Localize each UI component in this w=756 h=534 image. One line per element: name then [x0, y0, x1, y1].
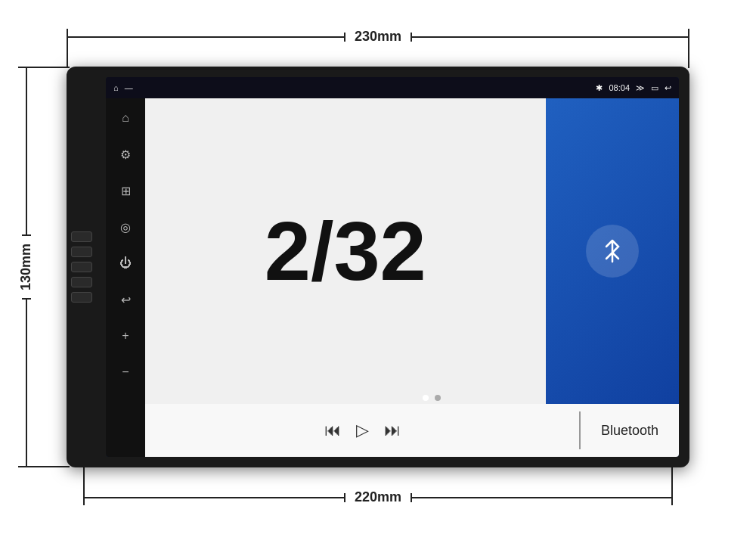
home-status-icon: ⌂ [113, 83, 119, 92]
side-buttons [67, 225, 97, 309]
bluetooth-label: Bluetooth [581, 423, 679, 439]
status-left: ⌂ — [113, 83, 133, 92]
device-outer: MIC ⌂ — ✱ 08:04 ≫ ▭ ↩ ⌂ [67, 67, 689, 467]
dim-bottom: 220mm [83, 489, 673, 505]
dim-top-line [67, 36, 345, 38]
prev-button[interactable]: ⏮ [324, 421, 341, 440]
main-content: 2/32 [145, 98, 679, 457]
side-button-1[interactable] [71, 231, 92, 242]
sidebar-icon-back[interactable]: ↩ [113, 287, 138, 312]
back-status-icon: ↩ [665, 83, 671, 93]
dim-top-line-right [411, 36, 689, 38]
dim-left-line-bottom [26, 298, 27, 467]
diagram-container: 230mm 220mm 130mm MIC ⌂ [0, 0, 756, 534]
dim-top: 230mm [67, 29, 689, 45]
overlay-number: 2/32 [265, 210, 426, 293]
dim-top-label: 230mm [345, 29, 411, 45]
dim-left: 130mm [18, 67, 34, 467]
side-button-2[interactable] [71, 247, 92, 257]
sidebar-icon-apps[interactable]: ⊞ [113, 179, 138, 203]
dim-bottom-label: 220mm [345, 489, 411, 505]
bluetooth-circle-icon [586, 225, 639, 278]
minimize-status-icon: — [125, 83, 133, 92]
bluetooth-svg-icon [599, 238, 626, 265]
window-status-icon: ▭ [651, 83, 658, 93]
sidebar: ⌂ ⚙ ⊞ ◎ ⏻ ↩ + [106, 98, 145, 457]
dim-bottom-line-right [411, 497, 673, 498]
sidebar-icon-vol-up[interactable]: + [113, 324, 138, 348]
sidebar-icon-settings[interactable]: ⚙ [113, 142, 138, 166]
dim-left-line-top [26, 67, 27, 236]
sidebar-icon-navigation[interactable]: ◎ [113, 215, 138, 239]
sidebar-icon-power[interactable]: ⏻ [113, 251, 138, 275]
top-area: 2/32 [145, 98, 679, 404]
bluetooth-status-icon: ✱ [596, 83, 603, 93]
bottom-bar: ⏮ ▷ ⏭ Bluetooth [145, 404, 679, 457]
time-display: 08:04 [609, 83, 630, 92]
play-button[interactable]: ▷ [356, 421, 369, 440]
side-button-3[interactable] [71, 262, 92, 272]
side-button-5[interactable] [71, 292, 92, 303]
dim-bottom-line-left [83, 497, 345, 498]
dot-1 [423, 395, 429, 401]
next-button[interactable]: ⏭ [384, 421, 401, 440]
dim-left-label: 130mm [18, 236, 34, 298]
dot-2 [435, 395, 441, 401]
right-panel [546, 98, 680, 404]
status-bar: ⌂ — ✱ 08:04 ≫ ▭ ↩ [106, 77, 679, 98]
sidebar-icon-home[interactable]: ⌂ [113, 106, 138, 130]
screen: MIC ⌂ — ✱ 08:04 ≫ ▭ ↩ ⌂ [106, 77, 679, 457]
overlay-text-box: 2/32 [145, 98, 546, 404]
status-right: ✱ 08:04 ≫ ▭ ↩ [596, 83, 671, 93]
side-button-4[interactable] [71, 277, 92, 287]
media-controls: ⏮ ▷ ⏭ [145, 421, 579, 440]
page-dots [184, 395, 679, 401]
chevron-status-icon: ≫ [636, 83, 645, 93]
sidebar-icon-vol-down[interactable]: − [113, 360, 138, 384]
